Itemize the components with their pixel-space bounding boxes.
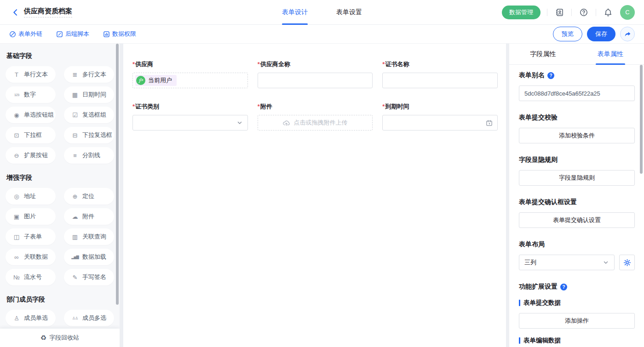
serial-number-icon: № [12, 274, 21, 281]
add-submit-action-button[interactable]: 添加操作 [519, 313, 635, 329]
divider [547, 9, 547, 16]
user-avatar[interactable]: C [620, 5, 635, 20]
back-button[interactable] [9, 6, 22, 19]
form-field-attachment[interactable]: 附件 点击或拖拽附件上传 [258, 102, 373, 131]
certificate-type-select[interactable] [132, 115, 248, 131]
help-icon[interactable] [547, 72, 554, 79]
single-line-text-icon: T [12, 71, 21, 78]
section-title-enhanced-fields: 增强字段 [6, 174, 114, 182]
datetime-icon: ▦ [70, 91, 80, 98]
field-item-multi-select[interactable]: ⊟下拉复选框 [64, 127, 114, 143]
field-item-address[interactable]: ◎地址 [6, 188, 56, 205]
form-alias-input[interactable]: 5dc088d7df8ce45a65f22a25 [519, 85, 635, 101]
app-header: 供应商资质档案 表单设计 表单设置 数据管理 C [0, 0, 644, 25]
section-title-member-fields: 部门成员字段 [6, 296, 114, 304]
field-item-linked-data[interactable]: ∞关联数据 [6, 249, 56, 265]
field-item-select[interactable]: ⊡下拉框 [6, 127, 56, 143]
supplier-full-name-input[interactable] [258, 73, 373, 88]
field-item-single-line-text[interactable]: T单行文本 [6, 66, 56, 83]
field-item-signature[interactable]: ✎手写签名 [64, 269, 114, 285]
tab-field-properties[interactable]: 字段属性 [509, 44, 577, 64]
form-external-link[interactable]: 表单外链 [9, 30, 42, 38]
field-item-multi-line-text[interactable]: ≣多行文本 [64, 66, 114, 83]
field-item-lookup-query[interactable]: ▥关联查询 [64, 228, 114, 245]
accent-bar [519, 337, 520, 344]
add-validation-condition-button[interactable]: 添加校验条件 [519, 128, 635, 143]
sidebar-scrollbar[interactable] [116, 44, 119, 305]
notification-bell-icon[interactable] [603, 7, 614, 18]
form-title[interactable]: 供应商资质档案 [24, 7, 72, 17]
multi-select-icon: ⊟ [70, 132, 80, 139]
certificate-name-input[interactable] [382, 73, 498, 88]
data-manage-button[interactable]: 数据管理 [502, 6, 540, 19]
form-field-supplier-full-name[interactable]: 供应商全称 [258, 60, 373, 88]
supplier-user-picker[interactable]: 户 当前用户 [132, 73, 248, 88]
contact-book-icon[interactable] [554, 7, 565, 18]
member-multi-icon: ♙♙ [70, 316, 80, 320]
form-edit-data-label: 表单编辑数据 [519, 336, 635, 345]
chevron-down-icon [236, 119, 243, 126]
tab-form-properties[interactable]: 表单属性 [577, 44, 644, 64]
field-item-radio-group[interactable]: ◉单选按钮组 [6, 107, 56, 123]
form-field-certificate-type[interactable]: 证书类别 [132, 102, 248, 131]
attachment-upload-area[interactable]: 点击或拖拽附件上传 [258, 115, 373, 131]
form-submit-data-label: 表单提交数据 [519, 299, 635, 307]
address-icon: ◎ [12, 193, 21, 200]
form-link-icon [9, 31, 16, 38]
form-field-certificate-name[interactable]: 证书名称 [382, 60, 498, 88]
submit-confirm-settings-button[interactable]: 表单提交确认设置 [519, 212, 635, 228]
accent-bar [519, 300, 520, 306]
gear-icon [623, 259, 631, 267]
backend-script-link[interactable]: 后端脚本 [56, 30, 89, 38]
field-item-location[interactable]: ⊕定位 [64, 188, 114, 205]
help-icon[interactable] [560, 284, 567, 290]
field-item-subform[interactable]: ◫子表单 [6, 228, 56, 245]
panel-scrollbar[interactable] [640, 65, 643, 174]
divider [571, 9, 572, 16]
field-item-data-load[interactable]: ▂▅▇数据加载 [64, 249, 114, 265]
form-submit-validation-label: 表单提交校验 [519, 114, 635, 122]
tab-form-design[interactable]: 表单设计 [282, 0, 308, 25]
form-field-expiry-time[interactable]: 到期时间 [382, 102, 498, 131]
field-item-datetime[interactable]: ▦日期时间 [64, 86, 114, 103]
field-item-image[interactable]: ▣图片 [6, 208, 56, 225]
share-button[interactable] [620, 27, 635, 41]
field-library-sidebar: 基础字段 T单行文本 ≣多行文本 123数字 ▦日期时间 ◉单选按钮组 ☑复选框… [0, 44, 120, 347]
recycle-icon: ♻ [40, 334, 46, 342]
data-load-icon: ▂▅▇ [70, 255, 80, 259]
divider-icon: ≡ [70, 152, 80, 159]
preview-button[interactable]: 预览 [553, 27, 582, 41]
form-layout-label: 表单布局 [519, 240, 635, 249]
form-field-supplier[interactable]: 供应商 户 当前用户 [132, 60, 248, 88]
current-user-tag[interactable]: 户 当前用户 [135, 75, 177, 86]
form-layout-select[interactable]: 三列 [519, 255, 615, 270]
field-recycle-bin[interactable]: ♻ 字段回收站 [0, 329, 120, 347]
field-item-checkbox-group[interactable]: ☑复选框组 [64, 107, 114, 123]
data-permission-link[interactable]: 数据权限 [103, 30, 136, 38]
data-permission-icon [103, 31, 110, 38]
number-icon: 123 [12, 93, 21, 97]
field-item-member-multi[interactable]: ♙♙成员多选 [64, 310, 114, 326]
image-icon: ▣ [12, 213, 21, 220]
field-item-extend-button[interactable]: ⊖扩展按钮 [6, 147, 56, 164]
save-button[interactable]: 保存 [587, 27, 615, 41]
linked-data-icon: ∞ [12, 254, 21, 261]
back-icon [11, 8, 20, 17]
expiry-date-input[interactable] [382, 115, 498, 131]
form-toolbar: 表单外链 后端脚本 数据权限 预览 保存 [0, 25, 644, 44]
form-alias-label: 表单别名 [519, 71, 635, 80]
field-item-number[interactable]: 123数字 [6, 86, 56, 103]
header-tabs: 表单设计 表单设置 [282, 0, 362, 25]
help-icon[interactable] [578, 7, 589, 18]
layout-settings-button[interactable] [619, 255, 635, 270]
field-item-serial-number[interactable]: №流水号 [6, 269, 56, 285]
field-item-member-single[interactable]: ♙成员单选 [6, 310, 56, 326]
select-icon: ⊡ [12, 132, 21, 139]
field-visibility-rules-button[interactable]: 字段显隐规则 [519, 170, 635, 186]
form-design-canvas[interactable]: 供应商 户 当前用户 供应商全称 证书名称 证书类别 [123, 44, 506, 347]
properties-panel: 字段属性 表单属性 表单别名 5dc088d7df8ce45a65f22a25 … [509, 44, 644, 347]
field-item-divider[interactable]: ≡分割线 [64, 147, 114, 164]
field-item-attachment[interactable]: ☁附件 [64, 208, 114, 225]
section-title-basic-fields: 基础字段 [6, 52, 114, 60]
tab-form-settings[interactable]: 表单设置 [336, 0, 362, 25]
